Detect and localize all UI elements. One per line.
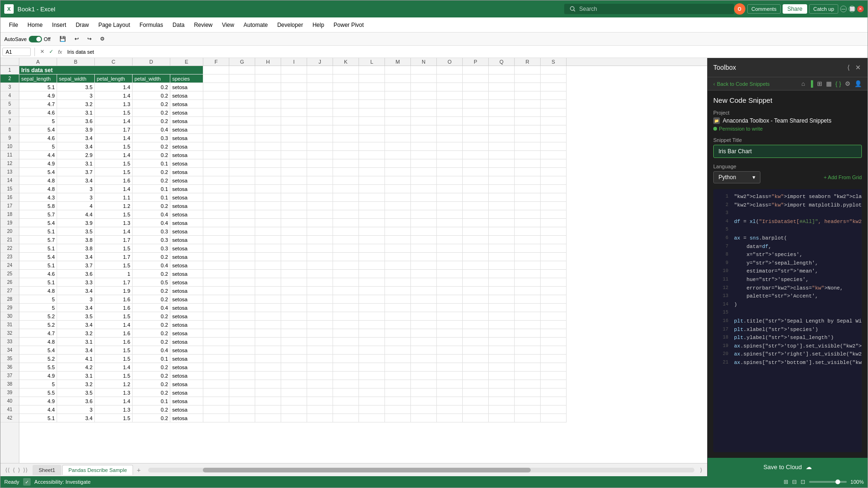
cell[interactable] [359,185,385,193]
cell[interactable]: 3 [57,91,95,100]
cell[interactable] [411,159,437,168]
cell[interactable]: 4.9 [19,372,57,380]
cell[interactable] [385,210,411,219]
cell[interactable] [385,176,411,185]
cell[interactable] [333,66,359,74]
cell[interactable]: 4.1 [57,355,95,363]
cell[interactable] [307,159,333,168]
cell[interactable]: 0.2 [133,321,170,329]
cell[interactable] [489,321,515,329]
cell[interactable]: 0.4 [133,304,170,312]
undo-btn[interactable]: ↩ [71,34,82,43]
share-button[interactable]: Share [783,4,807,14]
cell[interactable] [515,227,541,236]
cell[interactable] [359,389,385,397]
cell[interactable] [307,151,333,159]
cell[interactable] [281,304,307,312]
cell[interactable] [463,405,489,414]
cell[interactable] [385,219,411,227]
cell[interactable] [489,193,515,202]
cell[interactable] [307,329,333,338]
cell[interactable]: 0.2 [133,142,170,151]
cell[interactable] [385,193,411,202]
cell[interactable]: species [170,74,203,83]
cell[interactable] [203,193,229,202]
cell[interactable] [229,185,255,193]
cell[interactable] [203,287,229,295]
cell[interactable] [359,100,385,108]
cell[interactable] [411,397,437,405]
cell[interactable] [437,355,463,363]
cell[interactable]: setosa [170,91,203,100]
cell[interactable] [203,312,229,321]
cell[interactable] [359,295,385,304]
cell[interactable] [463,83,489,91]
cell[interactable] [359,91,385,100]
cell[interactable] [541,236,567,244]
cell[interactable]: 5 [19,380,57,389]
col-header-K[interactable]: K [333,58,359,66]
cell[interactable] [385,372,411,380]
cell[interactable] [307,202,333,210]
cell[interactable]: 3.2 [57,100,95,108]
cell[interactable] [411,210,437,219]
cell[interactable]: 5 [19,295,57,304]
cell[interactable] [463,219,489,227]
row-header-41[interactable]: 41 [0,405,19,414]
cell[interactable] [385,100,411,108]
cell[interactable]: 1.4 [95,321,133,329]
cell[interactable] [463,100,489,108]
cell[interactable] [229,142,255,151]
cell[interactable] [255,151,281,159]
cell[interactable] [411,321,437,329]
cell[interactable]: setosa [170,151,203,159]
cell[interactable] [489,227,515,236]
cell[interactable]: 1 [95,270,133,278]
cell[interactable] [489,389,515,397]
cell[interactable] [515,202,541,210]
row-header-10[interactable]: 10 [0,142,19,151]
cell[interactable] [307,321,333,329]
cell[interactable]: 3.3 [57,278,95,287]
cell[interactable] [385,159,411,168]
cell[interactable] [359,304,385,312]
cell[interactable] [541,270,567,278]
cell[interactable] [411,117,437,125]
col-header-N[interactable]: N [411,58,437,66]
col-header-H[interactable]: H [255,58,281,66]
cell[interactable]: 5.8 [19,202,57,210]
cell[interactable] [229,287,255,295]
cell[interactable] [229,210,255,219]
cell[interactable]: 0.2 [133,270,170,278]
formula-input[interactable] [66,48,866,56]
cell[interactable] [255,134,281,142]
cell[interactable]: 1.7 [95,253,133,261]
cell[interactable] [515,168,541,176]
cell[interactable] [437,405,463,414]
cell[interactable] [255,91,281,100]
cell[interactable] [385,355,411,363]
cell[interactable] [203,168,229,176]
cell[interactable] [255,372,281,380]
cell[interactable]: 3.6 [57,117,95,125]
cell[interactable] [203,142,229,151]
cell[interactable]: 3.4 [57,253,95,261]
cell[interactable] [333,244,359,253]
cell[interactable] [463,210,489,219]
cell[interactable] [307,270,333,278]
row-header-20[interactable]: 20 [0,227,19,236]
cell[interactable]: setosa [170,202,203,210]
row-header-28[interactable]: 28 [0,295,19,304]
cell[interactable]: 3 [57,193,95,202]
cell[interactable] [489,202,515,210]
cell[interactable] [307,176,333,185]
autosave-toggle[interactable]: AutoSave Off [4,36,50,42]
cell[interactable] [437,270,463,278]
cell[interactable] [541,185,567,193]
cell[interactable] [489,380,515,389]
cell[interactable]: 3.7 [57,261,95,270]
toolbox-close-btn[interactable]: ✕ [854,63,862,72]
cell[interactable] [463,346,489,355]
cell[interactable] [463,108,489,117]
cell[interactable] [463,261,489,270]
